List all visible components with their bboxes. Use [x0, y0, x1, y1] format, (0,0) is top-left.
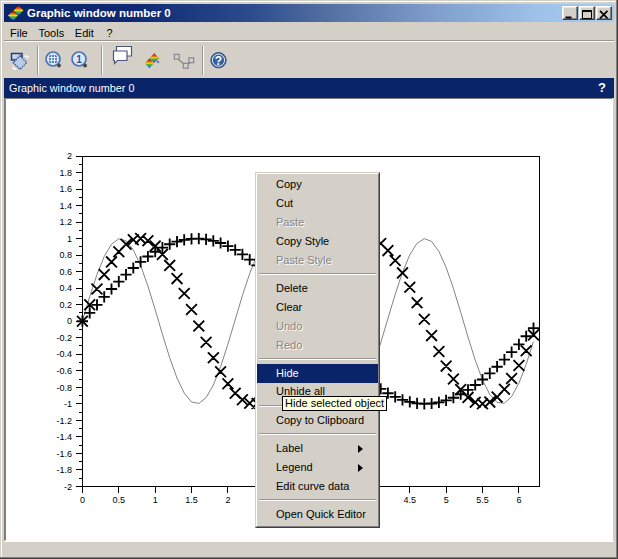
svg-text:-1.4: -1.4 — [56, 432, 72, 442]
svg-text:1.6: 1.6 — [59, 184, 72, 194]
svg-text:-0.4: -0.4 — [56, 349, 72, 359]
svg-text:1.5: 1.5 — [185, 495, 198, 505]
svg-text:1.4: 1.4 — [59, 201, 72, 211]
svg-text:-1.6: -1.6 — [56, 449, 72, 459]
svg-text:-0.8: -0.8 — [56, 383, 72, 393]
svg-text:-1.2: -1.2 — [56, 416, 72, 426]
svg-text:1.8: 1.8 — [59, 168, 72, 178]
svg-text:0: 0 — [80, 495, 85, 505]
svg-text:2: 2 — [225, 495, 230, 505]
svg-text:2: 2 — [67, 151, 72, 161]
svg-text:?: ? — [215, 54, 222, 68]
svg-text:0.6: 0.6 — [59, 267, 72, 277]
svg-text:0.5: 0.5 — [113, 495, 126, 505]
svg-text:6: 6 — [516, 495, 521, 505]
svg-text:-0.6: -0.6 — [56, 366, 72, 376]
svg-text:1: 1 — [153, 495, 158, 505]
svg-text:1: 1 — [76, 54, 82, 65]
svg-text:-2: -2 — [64, 482, 72, 492]
svg-text:1: 1 — [67, 234, 72, 244]
svg-text:0.2: 0.2 — [59, 300, 72, 310]
svg-text:4.5: 4.5 — [404, 495, 417, 505]
svg-text:-1.8: -1.8 — [56, 465, 72, 475]
svg-text:0.8: 0.8 — [59, 250, 72, 260]
svg-text:0.4: 0.4 — [59, 283, 72, 293]
svg-text:1.2: 1.2 — [59, 217, 72, 227]
svg-text:-1: -1 — [64, 399, 72, 409]
svg-text:-0.2: -0.2 — [56, 333, 72, 343]
svg-text:0: 0 — [67, 316, 72, 326]
svg-text:5: 5 — [444, 495, 449, 505]
svg-text:5.5: 5.5 — [476, 495, 489, 505]
